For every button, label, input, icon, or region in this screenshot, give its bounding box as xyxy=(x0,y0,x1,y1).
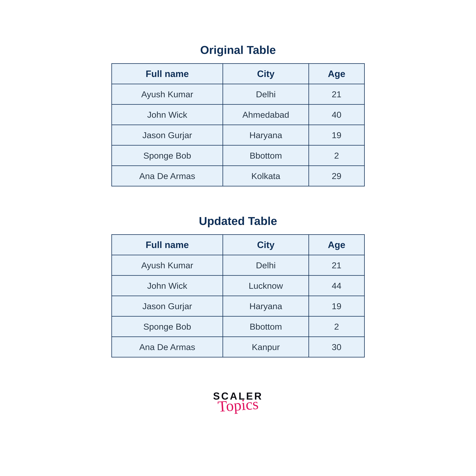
table-row: John Wick Ahmedabad 40 xyxy=(112,104,364,125)
cell-city: Bbottom xyxy=(223,316,309,337)
table-header-row: Full name City Age xyxy=(112,235,364,255)
cell-fullname: Ana De Armas xyxy=(112,166,223,186)
cell-age: 21 xyxy=(309,255,364,275)
cell-city: Haryana xyxy=(223,125,309,145)
cell-age: 21 xyxy=(309,84,364,104)
cell-city: Kolkata xyxy=(223,166,309,186)
cell-age: 40 xyxy=(309,104,364,125)
cell-age: 2 xyxy=(309,145,364,166)
cell-age: 19 xyxy=(309,125,364,145)
cell-age: 2 xyxy=(309,316,364,337)
cell-fullname: Ana De Armas xyxy=(112,337,223,357)
table-row: Ana De Armas Kolkata 29 xyxy=(112,166,364,186)
cell-age: 29 xyxy=(309,166,364,186)
table-row: Ayush Kumar Delhi 21 xyxy=(112,84,364,104)
cell-fullname: John Wick xyxy=(112,275,223,296)
table-row: Ayush Kumar Delhi 21 xyxy=(112,255,364,275)
cell-fullname: Sponge Bob xyxy=(112,145,223,166)
table-row: Ana De Armas Kanpur 30 xyxy=(112,337,364,357)
header-age: Age xyxy=(309,64,364,84)
cell-city: Kanpur xyxy=(223,337,309,357)
cell-age: 30 xyxy=(309,337,364,357)
cell-age: 19 xyxy=(309,296,364,316)
cell-city: Delhi xyxy=(223,84,309,104)
cell-fullname: John Wick xyxy=(112,104,223,125)
cell-city: Lucknow xyxy=(223,275,309,296)
header-fullname: Full name xyxy=(112,235,223,255)
cell-age: 44 xyxy=(309,275,364,296)
updated-table-title: Updated Table xyxy=(199,214,277,228)
cell-city: Ahmedabad xyxy=(223,104,309,125)
table-row: Sponge Bob Bbottom 2 xyxy=(112,145,364,166)
cell-city: Haryana xyxy=(223,296,309,316)
table-row: Jason Gurjar Haryana 19 xyxy=(112,296,364,316)
cell-city: Delhi xyxy=(223,255,309,275)
original-table: Full name City Age Ayush Kumar Delhi 21 … xyxy=(111,63,365,187)
header-fullname: Full name xyxy=(112,64,223,84)
logo-line2: Topics xyxy=(217,396,259,414)
table-row: John Wick Lucknow 44 xyxy=(112,275,364,296)
scaler-topics-logo: SCALER Topics xyxy=(213,391,263,413)
table-row: Sponge Bob Bbottom 2 xyxy=(112,316,364,337)
original-table-title: Original Table xyxy=(200,43,276,56)
cell-fullname: Jason Gurjar xyxy=(112,296,223,316)
header-city: City xyxy=(223,235,309,255)
cell-fullname: Sponge Bob xyxy=(112,316,223,337)
cell-city: Bbottom xyxy=(223,145,309,166)
cell-fullname: Ayush Kumar xyxy=(112,255,223,275)
cell-fullname: Jason Gurjar xyxy=(112,125,223,145)
header-city: City xyxy=(223,64,309,84)
updated-table: Full name City Age Ayush Kumar Delhi 21 … xyxy=(111,234,365,357)
cell-fullname: Ayush Kumar xyxy=(112,84,223,104)
table-row: Jason Gurjar Haryana 19 xyxy=(112,125,364,145)
header-age: Age xyxy=(309,235,364,255)
table-header-row: Full name City Age xyxy=(112,64,364,84)
